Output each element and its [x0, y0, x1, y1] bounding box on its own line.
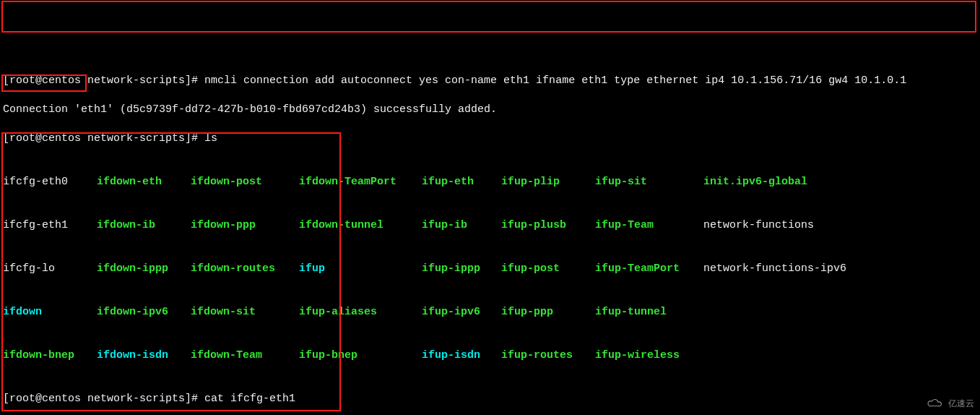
file-ifup-tunnel: ifup-tunnel [595, 305, 703, 320]
file-ifup-plusb: ifup-plusb [501, 218, 595, 233]
terminal-output[interactable]: [root@centos network-scripts]# nmcli con… [0, 58, 980, 415]
file-ifup-teamport: ifup-TeamPort [595, 262, 703, 276]
file-ifup-plip: ifup-plip [501, 175, 595, 189]
file-ifdown-teamport: ifdown-TeamPort [299, 175, 422, 189]
file-ifdown-team: ifdown-Team [191, 348, 299, 363]
file-ifdown-post: ifdown-post [191, 175, 299, 189]
file-ifcfg-lo: ifcfg-lo [3, 262, 97, 276]
file-ifdown-ib: ifdown-ib [97, 218, 191, 233]
highlight-box-command [1, 1, 976, 33]
command-line-2: [root@centos network-scripts]# ls [3, 132, 977, 146]
file-ifup: ifup [299, 262, 422, 276]
file-ifup-post: ifup-post [501, 262, 595, 276]
file-ifdown-routes: ifdown-routes [191, 262, 299, 276]
watermark: 亿速云 [925, 396, 974, 411]
ls-row-3: ifcfg-loifdown-ipppifdown-routesifupifup… [3, 262, 977, 276]
file-ifup-routes: ifup-routes [501, 348, 595, 363]
file-network-functions: network-functions [703, 218, 814, 233]
output-connection-added: Connection 'eth1' (d5c9739f-dd72-427b-b0… [3, 103, 977, 117]
ls-row-5: ifdown-bnepifdown-isdnifdown-Teamifup-bn… [3, 348, 977, 363]
file-ifup-ippp: ifup-ippp [422, 262, 501, 276]
file-ifdown-ipv6: ifdown-ipv6 [97, 305, 191, 320]
command-line-1: [root@centos network-scripts]# nmcli con… [3, 74, 977, 88]
ls-row-4: ifdownifdown-ipv6ifdown-sitifup-aliasesi… [3, 305, 977, 320]
file-ifup-bnep: ifup-bnep [299, 348, 422, 363]
command-text: nmcli connection add autoconnect yes con… [204, 74, 906, 87]
shell-prompt: [root@centos network-scripts]# [3, 132, 204, 145]
file-init-ipv6-global: init.ipv6-global [703, 175, 807, 189]
file-ifdown-eth: ifdown-eth [97, 175, 191, 189]
file-ifdown: ifdown [3, 305, 97, 320]
file-ifdown-ppp: ifdown-ppp [191, 218, 299, 233]
file-ifup-wireless: ifup-wireless [595, 348, 703, 363]
file-ifdown-sit: ifdown-sit [191, 305, 299, 320]
file-ifup-aliases: ifup-aliases [299, 305, 422, 320]
file-ifcfg-eth1: ifcfg-eth1 [3, 218, 97, 233]
ls-row-2: ifcfg-eth1ifdown-ibifdown-pppifdown-tunn… [3, 218, 977, 233]
command-text: ls [204, 132, 217, 145]
watermark-text: 亿速云 [948, 396, 974, 411]
file-ifup-eth: ifup-eth [422, 175, 501, 189]
file-ifup-ib: ifup-ib [422, 218, 501, 233]
file-ifdown-tunnel: ifdown-tunnel [299, 218, 422, 233]
command-line-3: [root@centos network-scripts]# cat ifcfg… [3, 392, 977, 406]
cloud-icon [925, 398, 945, 408]
file-ifcfg-eth0: ifcfg-eth0 [3, 175, 97, 189]
file-ifdown-ippp: ifdown-ippp [97, 262, 191, 276]
file-ifup-sit: ifup-sit [595, 175, 703, 189]
file-ifdown-isdn: ifdown-isdn [97, 348, 191, 363]
file-ifup-ppp: ifup-ppp [501, 305, 595, 320]
file-network-functions-ipv6: network-functions-ipv6 [703, 262, 846, 276]
shell-prompt: [root@centos network-scripts]# [3, 74, 204, 87]
file-ifup-team: ifup-Team [595, 218, 703, 233]
file-ifup-ipv6: ifup-ipv6 [422, 305, 501, 320]
command-text: cat ifcfg-eth1 [204, 393, 295, 405]
ls-row-1: ifcfg-eth0ifdown-ethifdown-postifdown-Te… [3, 175, 977, 189]
file-ifdown-bnep: ifdown-bnep [3, 348, 97, 363]
file-ifup-isdn: ifup-isdn [422, 348, 501, 363]
shell-prompt: [root@centos network-scripts]# [3, 393, 204, 405]
